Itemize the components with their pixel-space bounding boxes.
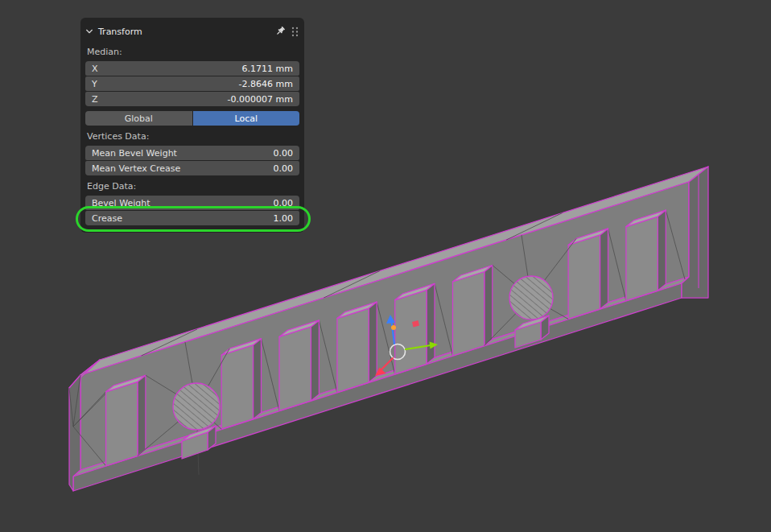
median-x-field[interactable]: X 6.1711 mm	[85, 61, 299, 76]
field-value: -2.8646 mm	[239, 80, 293, 89]
field-value: -0.000007 mm	[228, 95, 293, 104]
panel-header[interactable]: Transform	[85, 22, 299, 41]
grip-dots-icon[interactable]	[291, 26, 299, 38]
edge-data-fields: Bevel Weight 0.00 Crease 1.00	[85, 196, 299, 225]
field-label: Mean Bevel Weight	[92, 149, 177, 158]
pin-icon[interactable]	[274, 26, 286, 37]
local-button[interactable]: Local	[193, 111, 300, 126]
field-label: Mean Vertex Crease	[92, 164, 180, 173]
bevel-weight-field[interactable]: Bevel Weight 0.00	[85, 196, 299, 210]
vertices-data-label: Vertices Data:	[87, 130, 299, 142]
field-label: Crease	[92, 214, 122, 223]
rail-tooth[interactable]	[453, 266, 493, 357]
edge-data-label: Edge Data:	[87, 180, 299, 192]
mean-bevel-weight-field[interactable]: Mean Bevel Weight 0.00	[85, 146, 299, 160]
rail-tooth[interactable]	[106, 375, 146, 466]
field-value: 0.00	[274, 199, 294, 208]
field-value: 0.00	[274, 149, 294, 158]
global-button[interactable]: Global	[85, 111, 192, 126]
field-label: Bevel Weight	[92, 199, 150, 208]
median-fields: X 6.1711 mm Y -2.8646 mm Z -0.000007 mm	[85, 61, 299, 106]
vertices-data-fields: Mean Bevel Weight 0.00 Mean Vertex Creas…	[85, 146, 299, 175]
field-label: Y	[92, 80, 97, 89]
crease-field[interactable]: Crease 1.00	[85, 211, 299, 225]
median-y-field[interactable]: Y -2.8646 mm	[85, 76, 299, 91]
mean-vertex-crease-field[interactable]: Mean Vertex Crease 0.00	[85, 161, 299, 175]
rail-tooth[interactable]	[626, 210, 666, 301]
object-origin-dot	[391, 325, 396, 330]
rail-tooth[interactable]	[279, 320, 319, 411]
orientation-toggle: Global Local	[85, 111, 299, 126]
field-value: 6.1711 mm	[242, 64, 293, 73]
field-label: X	[92, 64, 98, 73]
panel-title: Transform	[98, 27, 142, 36]
transform-panel: Transform Median: X 6.1711 mm Y -2.8	[80, 18, 304, 233]
field-value: 0.00	[274, 164, 294, 173]
median-label: Median:	[87, 46, 299, 57]
rail-tooth[interactable]	[337, 302, 377, 393]
median-z-field[interactable]: Z -0.000007 mm	[85, 92, 299, 106]
field-value: 1.00	[274, 214, 294, 223]
rail-tooth[interactable]	[568, 229, 608, 320]
rail-tooth[interactable]	[395, 283, 435, 374]
chevron-down-icon[interactable]	[85, 27, 93, 35]
field-label: Z	[92, 95, 98, 104]
